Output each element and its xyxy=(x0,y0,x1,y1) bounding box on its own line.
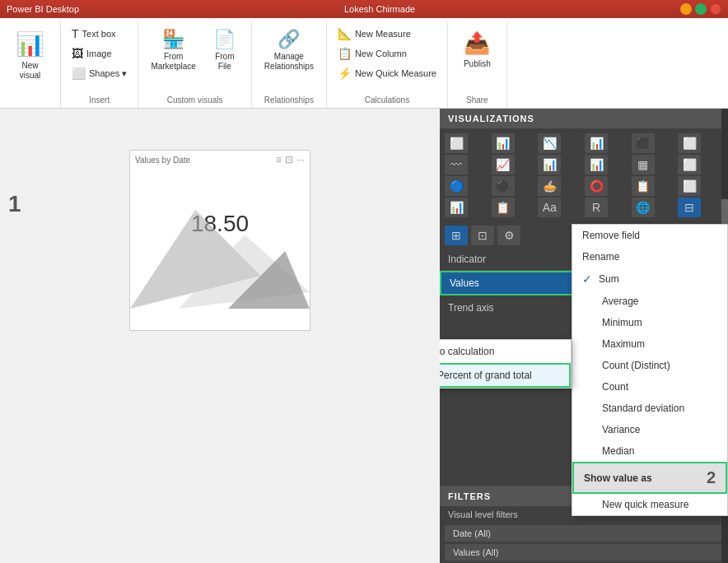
viz-tab-analytics[interactable]: ⚙ xyxy=(497,226,520,245)
ribbon-group-insert: T Text box 🖼 Image ⬜ Shapes ▾ Insert xyxy=(61,21,138,108)
submenu-percent-grand-total[interactable]: Percent of grand total xyxy=(440,363,571,388)
publish-button[interactable]: 📤 Publish xyxy=(455,25,500,75)
viz-icon-6[interactable]: 〰 xyxy=(445,155,468,174)
app-title: Power BI Desktop xyxy=(7,4,79,14)
step-1-label: 1 xyxy=(8,191,21,217)
viz-icon-indicator[interactable]: ⊟ xyxy=(678,198,701,217)
quick-measure-icon: ⚡ xyxy=(338,67,352,80)
ribbon-group-relationships: 🔗 ManageRelationships Relationships xyxy=(252,21,327,108)
chart-title: Values by Date xyxy=(135,156,190,165)
menu-variance[interactable]: Variance xyxy=(572,419,727,440)
new-column-button[interactable]: 📋 New Column xyxy=(334,44,441,63)
new-quick-measure-label: New Quick Measure xyxy=(355,68,436,78)
viz-icon-1[interactable]: 📊 xyxy=(492,133,515,153)
relationships-label: ManageRelationships xyxy=(264,52,314,72)
user-name: Lokesh Chirmade xyxy=(344,4,415,14)
viz-tab-fields[interactable]: ⊞ xyxy=(445,226,468,245)
chart-control-more[interactable]: ··· xyxy=(296,154,305,165)
menu-remove-field[interactable]: Remove field xyxy=(572,225,727,246)
text-box-label: Text box xyxy=(82,29,116,39)
share-group-label: Share xyxy=(466,92,488,105)
viz-icon-12[interactable]: 🔵 xyxy=(445,176,468,196)
right-panel: VISUALIZATIONS ⬜ 📊 📉 📊 ⬛ ⬜ 〰 📈 📊 📊 ▦ ⬜ 🔵… xyxy=(440,109,728,563)
menu-average[interactable]: Average xyxy=(572,291,727,312)
variance-label: Variance xyxy=(602,424,640,435)
menu-show-value-as[interactable]: Show value as 2 xyxy=(572,462,727,494)
chart-visual[interactable]: Values by Date ≡ ⊡ ··· 18.50 xyxy=(129,150,310,331)
chart-control-box[interactable]: ⊡ xyxy=(285,154,293,165)
viz-icon-17[interactable]: ⬜ xyxy=(678,176,701,196)
publish-label: Publish xyxy=(464,59,491,69)
new-visual-button[interactable]: 📊 Newvisual xyxy=(7,25,54,86)
date-all-filter[interactable]: Date (All) xyxy=(445,525,723,542)
values-all-filter[interactable]: Values (All) xyxy=(445,544,723,561)
viz-icon-19[interactable]: 📋 xyxy=(492,198,515,217)
menu-count[interactable]: Count xyxy=(572,376,727,398)
menu-count-distinct[interactable]: Count (Distinct) xyxy=(572,355,727,376)
menu-maximum[interactable]: Maximum xyxy=(572,333,727,355)
text-box-button[interactable]: T Text box xyxy=(68,25,131,43)
new-quick-measure-button[interactable]: ⚡ New Quick Measure xyxy=(334,64,441,82)
viz-icon-16[interactable]: 📋 xyxy=(632,176,655,196)
viz-icon-14[interactable]: 🥧 xyxy=(538,176,561,196)
title-bar: Power BI Desktop Lokesh Chirmade xyxy=(0,0,728,18)
viz-icon-4[interactable]: ⬛ xyxy=(632,133,655,153)
image-button[interactable]: 🖼 Image xyxy=(68,44,131,63)
menu-minimum[interactable]: Minimum xyxy=(572,312,727,333)
chart-triangles-svg xyxy=(130,169,310,309)
canvas-area: Values by Date ≡ ⊡ ··· 18.50 1 xyxy=(0,109,440,563)
viz-icon-8[interactable]: 📊 xyxy=(538,155,561,174)
viz-icon-20[interactable]: Aa xyxy=(538,198,561,217)
submenu-no-calculation[interactable]: ✓ No calculation xyxy=(440,340,571,363)
average-label: Average xyxy=(602,295,638,307)
no-calculation-label: No calculation xyxy=(440,346,494,357)
viz-icon-11[interactable]: ⬜ xyxy=(678,155,701,174)
minimize-button[interactable] xyxy=(680,3,692,15)
ribbon-group-custom-visuals: 🏪 FromMarketplace 📄 FromFile Custom visu… xyxy=(138,21,251,108)
date-all-label: Date (All) xyxy=(453,528,491,538)
viz-icon-15[interactable]: ⭕ xyxy=(585,176,608,196)
new-quick-measure-ctx-label: New quick measure xyxy=(602,499,688,510)
viz-icon-3[interactable]: 📊 xyxy=(585,133,608,153)
from-marketplace-button[interactable]: 🏪 FromMarketplace xyxy=(145,25,201,76)
trend-axis-label: Trend axis xyxy=(448,302,494,314)
viz-icon-2[interactable]: 📉 xyxy=(538,133,561,153)
manage-relationships-button[interactable]: 🔗 ManageRelationships xyxy=(259,25,320,76)
visual-level-label: Visual level filters xyxy=(448,509,518,519)
viz-icon-21[interactable]: R xyxy=(585,198,608,217)
std-dev-label: Standard deviation xyxy=(602,402,684,414)
viz-icon-0[interactable]: ⬜ xyxy=(445,133,468,153)
viz-icon-9[interactable]: 📊 xyxy=(585,155,608,174)
menu-sum[interactable]: ✓ Sum xyxy=(572,268,727,291)
viz-icon-18[interactable]: 📊 xyxy=(445,198,468,217)
sum-check: ✓ xyxy=(582,272,592,286)
shapes-label: Shapes ▾ xyxy=(89,68,127,79)
menu-std-dev[interactable]: Standard deviation xyxy=(572,398,727,419)
maximize-button[interactable] xyxy=(695,3,707,15)
menu-rename[interactable]: Rename xyxy=(572,246,727,268)
menu-median[interactable]: Median xyxy=(572,440,727,462)
count-distinct-label: Count (Distinct) xyxy=(602,360,670,371)
viz-icon-5[interactable]: ⬜ xyxy=(678,133,701,153)
viz-icon-13[interactable]: ⚫ xyxy=(492,176,515,196)
new-column-icon: 📋 xyxy=(338,47,352,60)
viz-icon-22[interactable]: 🌐 xyxy=(632,198,655,217)
from-file-button[interactable]: 📄 FromFile xyxy=(205,25,245,76)
new-measure-button[interactable]: 📐 New Measure xyxy=(334,25,441,43)
step-2-label: 2 xyxy=(707,468,716,487)
viz-icon-10[interactable]: ▦ xyxy=(632,155,655,174)
ribbon-group-new-visual: 📊 Newvisual xyxy=(0,21,61,108)
new-measure-label: New Measure xyxy=(355,29,411,39)
viz-tab-format[interactable]: ⊡ xyxy=(471,226,494,245)
viz-icon-7[interactable]: 📈 xyxy=(492,155,515,174)
minimum-label: Minimum xyxy=(602,317,642,328)
shapes-button[interactable]: ⬜ Shapes ▾ xyxy=(68,64,131,82)
new-visual-label: Newvisual xyxy=(20,61,41,81)
values-label: Values xyxy=(450,277,479,289)
menu-new-quick-measure[interactable]: New quick measure xyxy=(572,494,727,515)
chart-header: Values by Date ≡ ⊡ ··· xyxy=(130,151,310,169)
chart-control-menu[interactable]: ≡ xyxy=(276,154,282,165)
close-button[interactable] xyxy=(710,3,721,15)
sum-label: Sum xyxy=(599,273,619,285)
ribbon: 📊 Newvisual T Text box 🖼 Image ⬜ Shapes … xyxy=(0,18,728,109)
